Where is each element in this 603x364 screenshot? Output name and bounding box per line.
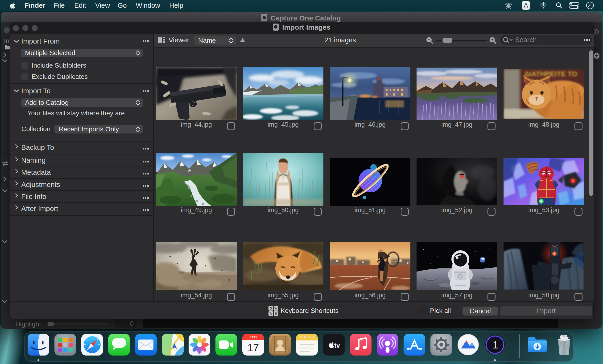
svg-text:W: W (274, 307, 278, 310)
svg-text:17: 17 (247, 342, 259, 353)
svg-text:tv: tv (334, 342, 340, 349)
svg-text:ΔΙΑΤΗΡΕΙΤΕ ΤΟ: ΔΙΑΤΗΡΕΙΤΕ ΤΟ (524, 70, 577, 78)
svg-text:1: 1 (493, 339, 498, 351)
svg-text:S: S (275, 312, 277, 315)
svg-text:A: A (270, 312, 272, 315)
svg-text:Q: Q (269, 307, 272, 310)
svg-text:FEB: FEB (250, 335, 257, 339)
